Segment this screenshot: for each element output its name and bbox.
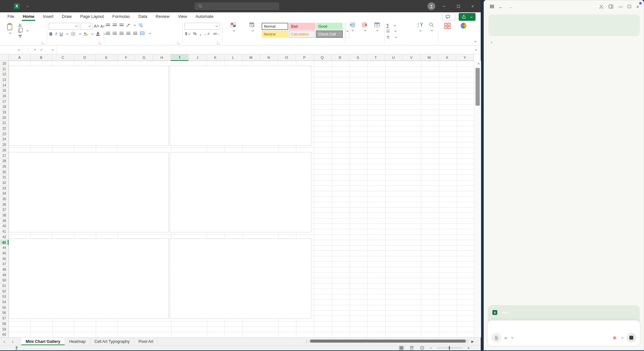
column-header-F[interactable]: F <box>118 54 135 61</box>
row-header-27[interactable]: 27 <box>0 153 8 159</box>
page-break-view-button[interactable] <box>419 346 425 350</box>
increase-indent-icon[interactable] <box>133 32 137 35</box>
bold-button[interactable]: B <box>49 32 52 36</box>
font-name-select[interactable] <box>49 23 79 30</box>
italic-button[interactable]: I <box>55 31 56 36</box>
align-middle-icon[interactable] <box>113 23 117 27</box>
selection-pill[interactable] <box>502 312 508 313</box>
align-right-icon[interactable] <box>119 32 124 35</box>
column-header-J[interactable]: J <box>189 54 206 61</box>
row-header-47[interactable]: 47 <box>0 261 8 267</box>
fill-color-button[interactable] <box>84 32 88 36</box>
comma-format-button[interactable]: , <box>200 32 201 36</box>
ribbon-tab-formulas[interactable]: Formulas <box>108 12 134 21</box>
normal-view-button[interactable] <box>399 346 404 350</box>
maximize-button[interactable] <box>453 1 464 11</box>
ribbon-tab-automate[interactable]: Automate <box>191 12 218 21</box>
ribbon-tab-page-layout[interactable]: Page Layout <box>76 12 108 21</box>
zoom-slider-knob[interactable] <box>449 346 450 350</box>
row-header-50[interactable]: 50 <box>0 278 8 283</box>
column-header-G[interactable]: G <box>135 54 153 61</box>
row-header-55[interactable]: 55 <box>0 305 8 310</box>
cell-style-good[interactable]: Good <box>316 23 343 30</box>
paste-button[interactable] <box>3 23 16 34</box>
scatter-plot[interactable] <box>170 239 311 319</box>
column-header-U[interactable]: U <box>385 54 402 61</box>
row-header-22[interactable]: 22 <box>0 126 8 131</box>
zoom-out-button[interactable]: − <box>430 345 432 350</box>
column-header-L[interactable]: L <box>224 54 242 61</box>
column-header-H[interactable]: H <box>153 54 171 61</box>
next-sheet-icon[interactable]: › <box>8 339 17 344</box>
select-all-corner[interactable] <box>0 54 9 61</box>
format-as-table-button[interactable] <box>244 22 260 32</box>
column-header-O[interactable]: O <box>278 54 296 61</box>
row-header-60[interactable]: 60 <box>0 332 8 337</box>
row-header-30[interactable]: 30 <box>0 169 8 175</box>
row-header-54[interactable]: 54 <box>0 299 8 305</box>
cancel-formula-icon[interactable]: × <box>34 47 36 52</box>
insert-cells-button[interactable] <box>347 22 358 32</box>
close-button[interactable]: × <box>636 4 639 9</box>
row-header-31[interactable]: 31 <box>0 175 8 180</box>
row-header-46[interactable]: 46 <box>0 256 8 262</box>
sidebar-toggle-icon[interactable] <box>609 5 613 8</box>
row-header-13[interactable]: 13 <box>0 77 8 83</box>
model-selector[interactable] <box>613 336 623 340</box>
row-header-57[interactable]: 57 <box>0 316 8 321</box>
align-left-icon[interactable] <box>106 32 110 35</box>
accessibility-status[interactable] <box>15 346 20 350</box>
row-header-59[interactable]: 59 <box>0 327 8 332</box>
share-button[interactable] <box>459 13 476 21</box>
column-header-K[interactable]: K <box>206 54 224 61</box>
collapse-ribbon-icon[interactable] <box>474 40 477 42</box>
delete-cells-button[interactable] <box>359 22 370 32</box>
row-header-53[interactable]: 53 <box>0 294 8 300</box>
row-header-33[interactable]: 33 <box>0 186 8 191</box>
row-header-28[interactable]: 28 <box>0 158 8 164</box>
row-header-43[interactable]: 43 <box>0 240 8 245</box>
row-header-10[interactable]: 10 <box>0 61 8 66</box>
column-header-V[interactable]: V <box>402 54 420 61</box>
enter-formula-icon[interactable]: ✓ <box>40 47 43 52</box>
pie-chart[interactable] <box>170 152 311 232</box>
sheet-tab-mini-chart-gallery[interactable]: Mini Chart Gallery <box>21 338 65 345</box>
bar-chart[interactable] <box>170 66 311 146</box>
minimize-button[interactable] <box>439 1 450 11</box>
row-header-58[interactable]: 58 <box>0 321 8 327</box>
sheet-tab-heatmap[interactable]: Heatmap <box>65 338 90 345</box>
copy-button[interactable] <box>18 29 28 32</box>
decrease-indent-icon[interactable] <box>126 32 130 35</box>
page-layout-view-button[interactable] <box>409 346 415 350</box>
stop-button[interactable] <box>626 333 636 343</box>
align-bottom-icon[interactable] <box>119 23 124 27</box>
column-header-C[interactable]: C <box>52 54 74 61</box>
column-header-P[interactable]: P <box>296 54 314 61</box>
row-header-16[interactable]: 16 <box>0 93 8 99</box>
vertical-scroll-thumb[interactable] <box>476 68 480 106</box>
row-header-37[interactable]: 37 <box>0 207 8 213</box>
cell-style-calculation[interactable]: Calculation <box>289 31 316 38</box>
format-painter-button[interactable] <box>18 34 24 38</box>
ribbon-tab-file[interactable]: File <box>3 12 19 21</box>
attach-button[interactable] <box>491 333 501 343</box>
decrease-decimal-button[interactable]: .00→ <box>213 32 220 35</box>
column-header-R[interactable]: R <box>331 54 349 61</box>
zoom-in-button[interactable]: + <box>467 345 470 350</box>
snip-icon[interactable] <box>599 5 603 9</box>
row-header-36[interactable]: 36 <box>0 202 8 207</box>
row-header-32[interactable]: 32 <box>0 180 8 186</box>
column-header-X[interactable]: X <box>438 54 456 61</box>
column-header-D[interactable]: D <box>74 54 96 61</box>
ribbon-tab-insert[interactable]: Insert <box>39 12 58 21</box>
ribbon-tab-view[interactable]: View <box>174 12 191 21</box>
font-size-select[interactable] <box>80 23 93 30</box>
row-header-40[interactable]: 40 <box>0 224 8 229</box>
autosum-button[interactable]: ∑ <box>386 23 396 28</box>
overflow-icon[interactable]: ⋮ <box>304 339 309 344</box>
column-header-M[interactable]: M <box>242 54 260 61</box>
wrap-text-button[interactable] <box>138 23 145 27</box>
vertical-scrollbar[interactable] <box>474 61 481 337</box>
horizontal-scrollbar[interactable] <box>308 339 469 343</box>
increase-decimal-button[interactable]: ←.0 <box>204 32 210 35</box>
